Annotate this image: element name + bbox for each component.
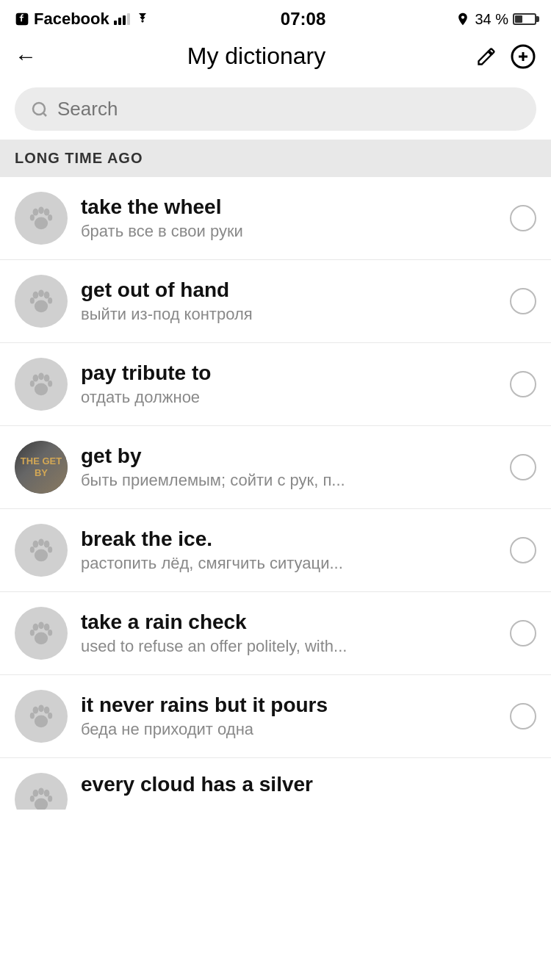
svg-point-44 <box>48 713 52 718</box>
svg-rect-4 <box>127 13 130 25</box>
svg-point-27 <box>35 383 48 395</box>
search-input[interactable] <box>57 98 520 120</box>
svg-point-28 <box>33 541 39 548</box>
item-select-radio[interactable] <box>510 454 536 480</box>
svg-point-13 <box>30 215 35 220</box>
svg-point-12 <box>44 209 50 216</box>
nav-action-icons <box>476 43 536 70</box>
item-thumbnail <box>15 275 68 328</box>
item-select-radio[interactable] <box>510 371 536 397</box>
item-select-radio[interactable] <box>510 537 536 563</box>
edit-button[interactable] <box>476 46 497 67</box>
item-content: take a rain check used to refuse an offe… <box>81 610 497 656</box>
item-subtitle: быть приемлемым; сойти с рук, п... <box>81 471 497 490</box>
get-by-image: THE GET BY <box>15 441 68 494</box>
svg-point-11 <box>38 206 44 214</box>
svg-rect-1 <box>114 21 117 25</box>
add-circle-icon <box>510 43 536 70</box>
facebook-icon <box>15 12 29 26</box>
svg-point-24 <box>44 375 50 382</box>
item-thumbnail <box>15 690 68 743</box>
dictionary-list: take the wheel брать все в свои руки get… <box>0 177 551 810</box>
svg-point-36 <box>44 624 50 631</box>
item-thumbnail <box>15 524 68 577</box>
svg-point-47 <box>38 788 44 795</box>
svg-point-40 <box>33 707 39 714</box>
list-item: pay tribute to отдать должное <box>0 343 551 426</box>
item-subtitle: беда не приходит одна <box>81 720 497 739</box>
item-title: take the wheel <box>81 195 497 219</box>
item-content: break the ice. растопить лёд, смягчить с… <box>81 527 497 573</box>
item-thumbnail: THE GET BY <box>15 441 68 494</box>
item-select-radio[interactable] <box>510 205 536 231</box>
svg-point-29 <box>38 538 44 546</box>
svg-point-10 <box>33 209 39 216</box>
svg-point-25 <box>30 381 35 386</box>
list-item: THE GET BY get by быть приемлемым; сойти… <box>0 426 551 509</box>
section-header-text: LONG TIME AGO <box>15 150 143 166</box>
signal-icon <box>114 13 130 25</box>
item-title: pay tribute to <box>81 361 497 385</box>
list-item: break the ice. растопить лёд, смягчить с… <box>0 509 551 592</box>
paw-icon <box>27 619 55 647</box>
status-bar: Facebook 07:08 34 % <box>0 0 551 37</box>
item-title: every cloud has a silver <box>81 773 536 796</box>
svg-point-31 <box>30 547 35 552</box>
svg-point-18 <box>44 292 50 299</box>
svg-point-41 <box>38 705 44 712</box>
svg-point-17 <box>38 289 44 297</box>
list-item: get out of hand выйти из-под контроля <box>0 260 551 343</box>
search-bar[interactable] <box>15 87 536 131</box>
status-time: 07:08 <box>281 9 325 29</box>
svg-rect-3 <box>123 15 126 25</box>
pencil-icon <box>476 46 497 67</box>
item-select-radio[interactable] <box>510 620 536 646</box>
item-subtitle: брать все в свои руки <box>81 222 497 241</box>
location-icon <box>455 12 470 26</box>
paw-icon <box>27 370 55 398</box>
svg-point-45 <box>35 715 48 727</box>
wifi-icon <box>134 13 151 25</box>
svg-point-20 <box>48 298 52 303</box>
back-button[interactable]: ← <box>15 44 37 69</box>
svg-point-51 <box>35 798 48 810</box>
svg-point-49 <box>30 796 35 801</box>
item-title: take a rain check <box>81 610 497 634</box>
svg-point-37 <box>30 630 35 635</box>
svg-point-46 <box>33 790 39 797</box>
item-subtitle: used to refuse an offer politely, with..… <box>81 637 497 656</box>
svg-point-38 <box>48 630 52 635</box>
svg-point-26 <box>48 381 52 386</box>
paw-icon <box>27 536 55 564</box>
svg-point-35 <box>38 621 44 629</box>
list-item: take the wheel брать все в свои руки <box>0 177 551 260</box>
page-title: My dictionary <box>187 43 326 70</box>
status-carrier: Facebook <box>15 10 151 29</box>
item-content: pay tribute to отдать должное <box>81 361 497 407</box>
item-subtitle: выйти из-под контроля <box>81 305 497 324</box>
top-navigation: ← My dictionary <box>0 37 551 82</box>
item-title: it never rains but it pours <box>81 693 497 717</box>
item-select-radio[interactable] <box>510 703 536 729</box>
item-content: take the wheel брать все в свои руки <box>81 195 497 241</box>
list-item: take a rain check used to refuse an offe… <box>0 592 551 675</box>
svg-line-9 <box>43 112 46 115</box>
item-thumbnail <box>15 607 68 660</box>
list-item-partial: every cloud has a silver <box>0 758 551 810</box>
svg-point-16 <box>33 292 39 299</box>
item-select-radio[interactable] <box>510 288 536 314</box>
add-button[interactable] <box>510 43 536 70</box>
svg-point-34 <box>33 624 39 631</box>
section-header: LONG TIME AGO <box>0 140 551 177</box>
svg-point-8 <box>33 103 45 115</box>
item-title: break the ice. <box>81 527 497 551</box>
item-content: every cloud has a silver <box>81 773 536 799</box>
paw-icon <box>27 287 55 315</box>
svg-point-43 <box>30 713 35 718</box>
item-title: get by <box>81 444 497 468</box>
item-subtitle: растопить лёд, смягчить ситуаци... <box>81 554 497 573</box>
svg-point-39 <box>35 632 48 644</box>
svg-point-22 <box>33 375 39 382</box>
svg-point-33 <box>35 549 48 561</box>
status-right: 34 % <box>455 11 536 28</box>
